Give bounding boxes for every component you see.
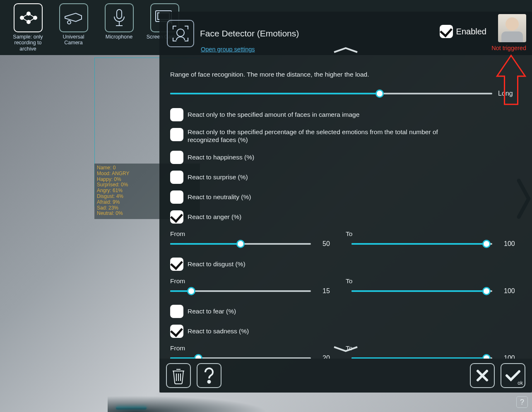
svg-rect-9 bbox=[117, 10, 122, 19]
trigger-status: Not triggered bbox=[491, 45, 526, 51]
sadness-to-slider[interactable] bbox=[351, 354, 492, 359]
scroll-down-chevron[interactable] bbox=[332, 345, 359, 354]
enabled-label: Enabled bbox=[456, 27, 486, 36]
disgust-from-slider[interactable] bbox=[170, 287, 311, 295]
anger-to-slider[interactable] bbox=[351, 240, 492, 248]
preview-thumbnail bbox=[498, 14, 526, 42]
global-help-button[interactable]: ? bbox=[516, 396, 528, 408]
toolbar-camera[interactable]: Universal Camera bbox=[54, 3, 93, 46]
delete-button[interactable] bbox=[166, 363, 191, 388]
neutrality-checkbox[interactable] bbox=[170, 190, 183, 204]
range-description: Range of face recognition. The more the … bbox=[170, 71, 521, 78]
face-detector-icon bbox=[167, 20, 194, 47]
toolbar-label: Microphone bbox=[106, 34, 132, 40]
toolbar-sample[interactable]: Sample: only recording to archive bbox=[8, 3, 48, 52]
svg-line-5 bbox=[23, 19, 27, 21]
sadness-checkbox[interactable] bbox=[170, 325, 183, 338]
panel-body: Range of face recognition. The more the … bbox=[159, 55, 532, 359]
svg-line-6 bbox=[30, 14, 34, 17]
sadness-from-slider[interactable] bbox=[170, 354, 311, 359]
toolbar-label: Sample: only recording to archive bbox=[8, 34, 48, 52]
help-button[interactable] bbox=[197, 363, 221, 388]
mic-icon bbox=[105, 3, 134, 32]
svg-point-15 bbox=[208, 381, 210, 383]
percentage-checkbox[interactable] bbox=[170, 128, 183, 141]
happiness-checkbox[interactable] bbox=[170, 151, 183, 164]
svg-point-14 bbox=[177, 29, 184, 36]
disgust-checkbox[interactable] bbox=[170, 258, 183, 271]
graph-icon bbox=[14, 3, 43, 32]
faces-amount-checkbox[interactable] bbox=[170, 108, 183, 121]
svg-line-4 bbox=[23, 14, 27, 17]
fear-checkbox[interactable] bbox=[170, 305, 183, 318]
scroll-up-chevron[interactable] bbox=[332, 46, 359, 55]
disgust-to-slider[interactable] bbox=[351, 287, 492, 295]
detector-settings-panel: Face Detector (Emotions) Open group sett… bbox=[159, 12, 532, 393]
attention-arrow-icon bbox=[493, 53, 529, 107]
anger-from-slider[interactable] bbox=[170, 240, 311, 248]
anger-checkbox[interactable] bbox=[170, 210, 183, 224]
ok-button[interactable]: ok bbox=[501, 363, 525, 388]
panel-title: Face Detector (Emotions) bbox=[200, 29, 299, 39]
toolbar-label: Universal Camera bbox=[54, 34, 93, 46]
svg-point-8 bbox=[67, 21, 71, 24]
panel-footer: ok bbox=[159, 359, 532, 393]
enabled-checkbox[interactable] bbox=[440, 25, 453, 38]
cancel-button[interactable] bbox=[470, 363, 495, 388]
open-group-settings-link[interactable]: Open group settings bbox=[201, 46, 255, 53]
svg-line-7 bbox=[30, 19, 34, 21]
range-slider[interactable] bbox=[170, 90, 492, 97]
surprise-checkbox[interactable] bbox=[170, 171, 183, 184]
toolbar-mic[interactable]: Microphone bbox=[99, 3, 139, 40]
camera-icon bbox=[59, 3, 88, 32]
